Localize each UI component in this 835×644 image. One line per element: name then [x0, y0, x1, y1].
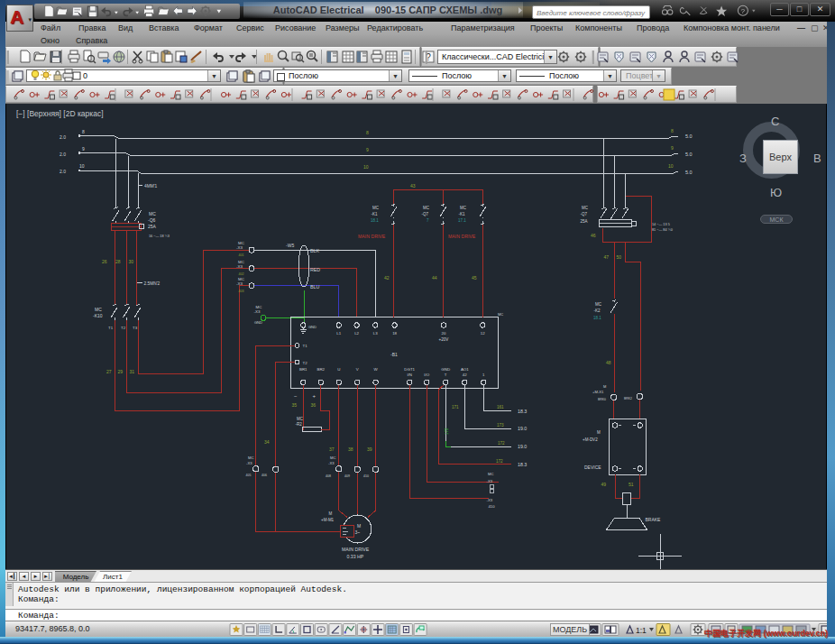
svg-text:MC: MC — [582, 206, 589, 210]
svg-text:31: 31 — [130, 369, 135, 374]
svg-text:19.0: 19.0 — [518, 426, 527, 431]
svg-text:MC: MC — [149, 211, 156, 216]
svg-text:DGT1: DGT1 — [404, 367, 415, 372]
svg-text:MC: MC — [330, 455, 336, 460]
svg-text:5.0: 5.0 — [685, 133, 693, 139]
svg-text:10: 10 — [79, 163, 85, 169]
svg-text:MAIN DRIVE: MAIN DRIVE — [448, 234, 476, 239]
svg-text:35: 35 — [292, 402, 298, 408]
svg-text:MC: MC — [372, 206, 380, 210]
svg-text:L1: L1 — [336, 331, 341, 336]
svg-text:28: 28 — [115, 259, 121, 264]
svg-text:W: W — [374, 367, 379, 372]
svg-text:+M-DV2: +M-DV2 — [583, 437, 598, 442]
svg-text:20: 20 — [442, 331, 446, 336]
svg-text:-K1: -K1 — [372, 212, 379, 216]
svg-text:51: 51 — [629, 482, 634, 487]
svg-text:-K1: -K1 — [459, 212, 466, 216]
svg-text:48: 48 — [606, 360, 611, 365]
svg-text:-K10: -K10 — [93, 313, 103, 318]
svg-text:?: ? — [741, 7, 745, 15]
svg-text:38: 38 — [348, 446, 353, 452]
svg-text:50: 50 — [617, 254, 622, 260]
svg-text:T: T — [445, 373, 447, 377]
svg-text:V: V — [356, 367, 359, 372]
svg-text:406: 406 — [262, 474, 267, 477]
svg-text:27: 27 — [106, 369, 112, 374]
svg-text:409: 409 — [344, 474, 350, 478]
svg-text:−: − — [294, 393, 298, 399]
svg-text:T2: T2 — [303, 361, 308, 365]
svg-text:18.3: 18.3 — [518, 462, 527, 467]
svg-text:MC: MC — [95, 307, 102, 312]
svg-text:25A: 25A — [581, 219, 588, 224]
svg-text:MC: MC — [297, 417, 304, 421]
svg-text:-X3: -X3 — [254, 309, 261, 314]
svg-text:7: 7 — [427, 218, 429, 223]
svg-text:MC: MC — [460, 206, 467, 210]
svg-text:45: 45 — [472, 275, 477, 281]
svg-text:402: 402 — [239, 272, 244, 276]
svg-text:173: 173 — [497, 423, 504, 428]
svg-text:MC: MC — [595, 302, 602, 307]
svg-text:29: 29 — [118, 369, 124, 374]
svg-text:8: 8 — [671, 128, 674, 133]
svg-text:8: 8 — [366, 130, 369, 135]
svg-text:1:1: 1:1 — [636, 626, 647, 635]
svg-text:MC: MC — [248, 455, 254, 460]
svg-text:4MM'1: 4MM'1 — [144, 184, 158, 189]
svg-text:MAIN DRIVE: MAIN DRIVE — [358, 234, 386, 239]
svg-text:DEVICE: DEVICE — [584, 465, 601, 470]
svg-text:18.1: 18.1 — [593, 316, 601, 320]
svg-text:0.33 HP: 0.33 HP — [347, 554, 364, 559]
svg-text:2.5MN'2: 2.5MN'2 — [144, 281, 161, 286]
svg-text:GND: GND — [254, 320, 262, 325]
svg-text:T1: T1 — [108, 326, 114, 330]
svg-text:-B1: -B1 — [390, 352, 398, 357]
svg-text:T3: T3 — [133, 326, 138, 330]
svg-text:BRK2: BRK2 — [624, 397, 632, 400]
svg-text:172: 172 — [496, 459, 503, 464]
svg-text:M: M — [329, 511, 333, 516]
svg-text:18.1: 18.1 — [371, 218, 379, 223]
svg-text:I/O: I/O — [424, 373, 429, 377]
svg-text:161: 161 — [497, 405, 504, 409]
svg-text:43: 43 — [410, 183, 416, 189]
svg-text:34: 34 — [264, 439, 270, 445]
svg-text:3~: 3~ — [355, 529, 361, 535]
svg-text:403: 403 — [239, 290, 244, 293]
svg-text:-X3: -X3 — [236, 264, 243, 269]
svg-text:26: 26 — [102, 259, 107, 264]
svg-text:-X3: -X3 — [236, 281, 243, 286]
svg-text:BR2: BR2 — [317, 367, 326, 372]
svg-text:T2: T2 — [121, 326, 126, 330]
svg-text:5.0: 5.0 — [685, 152, 693, 157]
svg-text:GND: GND — [441, 367, 450, 372]
svg-text:10: 10 — [363, 164, 369, 170]
svg-text:U: U — [337, 367, 340, 372]
svg-text:37: 37 — [329, 446, 335, 452]
svg-text:RED: RED — [310, 267, 320, 272]
svg-text:410: 410 — [363, 474, 369, 478]
svg-text:L2: L2 — [354, 331, 359, 336]
svg-text:410: 410 — [489, 504, 496, 509]
svg-text:BLU: BLU — [310, 284, 319, 290]
svg-text:-Q7: -Q7 — [422, 212, 429, 216]
svg-text:2.0: 2.0 — [60, 169, 66, 174]
svg-text:+20V: +20V — [439, 337, 450, 342]
svg-text:172: 172 — [498, 441, 505, 446]
svg-text:36: 36 — [311, 402, 317, 408]
svg-text:171: 171 — [452, 405, 459, 409]
svg-text:BLK: BLK — [310, 248, 319, 253]
svg-text:25A: 25A — [148, 224, 157, 229]
svg-text:AO1: AO1 — [461, 367, 469, 372]
svg-text:18: 18 — [392, 331, 397, 336]
svg-text:2.0: 2.0 — [60, 152, 66, 157]
svg-text:1: 1 — [482, 373, 485, 377]
svg-text:39: 39 — [367, 446, 372, 452]
svg-text:-Q6: -Q6 — [148, 217, 156, 223]
svg-text:19.0: 19.0 — [518, 444, 527, 449]
svg-text:9: 9 — [671, 145, 674, 151]
svg-text:-W5: -W5 — [286, 243, 294, 248]
svg-text:9: 9 — [82, 146, 85, 152]
